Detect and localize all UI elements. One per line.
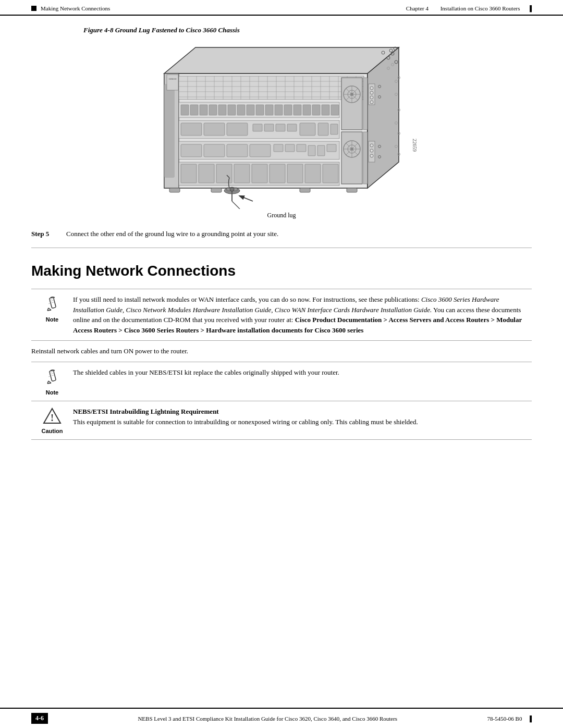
caution-triangle-icon: ! (43, 408, 62, 426)
svg-rect-83 (317, 145, 325, 156)
svg-rect-140 (347, 188, 357, 192)
caution-icon-col: ! Caution (31, 406, 73, 434)
svg-rect-80 (285, 144, 295, 152)
svg-rect-47 (190, 105, 198, 115)
header-section-title: Making Network Connections (41, 5, 110, 11)
svg-rect-11 (179, 76, 364, 100)
svg-line-141 (240, 196, 253, 201)
note1-block: Note If you still need to install networ… (31, 289, 532, 341)
router-diagram-wrapper: CISCO 22659 (133, 42, 430, 219)
svg-rect-59 (303, 105, 311, 115)
svg-point-108 (370, 101, 373, 104)
svg-point-107 (370, 96, 373, 99)
svg-rect-53 (247, 105, 254, 115)
svg-rect-94 (323, 164, 338, 183)
svg-point-105 (370, 87, 373, 90)
svg-rect-54 (256, 105, 264, 115)
header-right: Chapter 4 Installation on Cisco 3660 Rou… (396, 5, 532, 11)
svg-rect-81 (297, 144, 306, 152)
svg-rect-103 (363, 132, 368, 184)
svg-rect-67 (253, 124, 262, 131)
svg-rect-86 (181, 164, 197, 183)
page-footer: 4-6 NEBS Level 3 and ETSI Compliance Kit… (0, 708, 563, 728)
svg-rect-55 (265, 105, 273, 115)
svg-rect-95 (341, 132, 362, 184)
svg-rect-93 (305, 164, 321, 183)
svg-rect-10 (164, 84, 175, 178)
figure-section: Figure 4-8 Ground Lug Fastened to Cisco … (31, 26, 532, 219)
svg-rect-52 (237, 105, 245, 115)
svg-rect-64 (181, 123, 202, 135)
svg-point-111 (370, 149, 373, 152)
caution-label: Caution (42, 428, 63, 434)
header-rule-icon: ▐ (528, 5, 532, 11)
svg-rect-76 (204, 144, 225, 157)
reinstall-line: Reinstall network cables and turn ON pow… (31, 341, 532, 362)
svg-line-118 (232, 201, 240, 209)
svg-rect-66 (227, 123, 248, 135)
svg-point-119 (230, 187, 234, 191)
svg-rect-77 (227, 144, 248, 157)
footer-center-text: NEBS Level 3 and ETSI Compliance Kit Ins… (138, 715, 397, 722)
note2-label: Note (46, 389, 58, 396)
svg-line-145 (47, 310, 51, 311)
svg-rect-50 (218, 105, 226, 115)
svg-rect-113 (167, 75, 178, 90)
svg-rect-48 (200, 105, 207, 115)
svg-rect-72 (318, 123, 328, 135)
step5-text: Connect the other end of the ground lug … (66, 230, 278, 238)
svg-rect-71 (300, 123, 315, 135)
main-content: Figure 4-8 Ground Lug Fastened to Cisco … (0, 16, 563, 450)
header-chapter: Chapter 4 (406, 5, 429, 11)
svg-rect-91 (270, 164, 285, 183)
router-svg: CISCO 22659 (133, 42, 430, 209)
svg-rect-78 (250, 144, 271, 157)
svg-rect-137 (169, 188, 180, 192)
svg-rect-89 (234, 164, 250, 183)
step5-section: Step 5 Connect the other end of the grou… (31, 230, 532, 248)
svg-rect-57 (284, 105, 292, 115)
note1-label: Note (46, 316, 58, 323)
svg-rect-49 (209, 105, 217, 115)
svg-rect-60 (312, 105, 320, 115)
svg-rect-61 (322, 105, 329, 115)
svg-rect-69 (276, 124, 285, 131)
svg-point-106 (370, 91, 373, 94)
header-chapter-title: Installation on Cisco 3660 Routers (440, 5, 520, 11)
caution-text: NEBS/ETSI Intrabuilding Lightning Requir… (73, 406, 532, 427)
pencil-note2-icon (44, 368, 60, 388)
svg-rect-44 (363, 78, 368, 130)
header-square-icon (31, 6, 36, 11)
svg-rect-46 (181, 105, 189, 115)
svg-text:22659: 22659 (412, 139, 418, 152)
svg-rect-88 (216, 164, 232, 183)
svg-point-112 (370, 154, 373, 157)
svg-rect-68 (264, 124, 274, 131)
note1-icon-col: Note (31, 294, 73, 323)
step5-label: Step 5 (31, 230, 60, 238)
svg-rect-92 (287, 164, 303, 183)
svg-text:!: ! (51, 413, 54, 423)
footer-right-text: 78-5450-06 B0 ▐ (487, 715, 532, 722)
svg-text:CISCO: CISCO (169, 78, 177, 80)
figure-caption: Figure 4-8 Ground Lug Fastened to Cisco … (31, 26, 532, 34)
svg-rect-56 (275, 105, 283, 115)
footer-page-number: 4-6 (31, 713, 48, 724)
svg-rect-75 (181, 144, 202, 157)
note2-text: The shielded cables in your NEBS/ETSI ki… (73, 367, 532, 378)
svg-rect-73 (331, 124, 338, 134)
section-heading: Making Network Connections (31, 263, 532, 279)
header-left: Making Network Connections (31, 5, 110, 11)
svg-rect-36 (341, 78, 362, 130)
note2-icon-col: Note (31, 367, 73, 396)
svg-line-152 (47, 383, 51, 384)
svg-rect-58 (293, 105, 301, 115)
svg-point-110 (370, 144, 373, 147)
reinstall-text: Reinstall network cables and turn ON pow… (31, 347, 188, 355)
svg-rect-62 (331, 105, 339, 115)
caution-block: ! Caution NEBS/ETSI Intrabuilding Lightn… (31, 401, 532, 440)
svg-marker-1 (164, 47, 399, 73)
note1-text: If you still need to install network mod… (73, 294, 532, 335)
svg-rect-84 (327, 144, 336, 152)
note2-block: Note The shielded cables in your NEBS/ET… (31, 362, 532, 401)
